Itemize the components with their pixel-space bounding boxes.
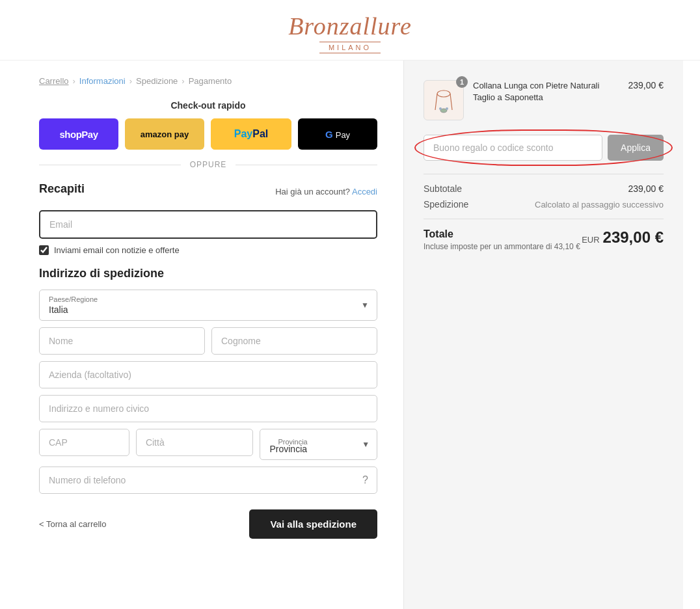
coupon-area: Applica bbox=[424, 135, 664, 161]
summary-divider-1 bbox=[424, 174, 664, 174]
login-link[interactable]: Accedi bbox=[352, 187, 377, 196]
shipping-title: Indirizzo di spedizione bbox=[39, 267, 377, 280]
email-group bbox=[39, 210, 377, 239]
cap-city-row: Provincia Provincia ▼ bbox=[39, 429, 377, 460]
form-footer: < Torna al carrello Vai alla spedizione bbox=[39, 509, 377, 539]
svg-line-2 bbox=[450, 94, 452, 110]
right-panel: 1 Collana Lunga con Pietre Naturali Tagl… bbox=[403, 61, 683, 609]
divider: OPPURE bbox=[39, 160, 377, 169]
svg-point-5 bbox=[446, 107, 448, 110]
summary-divider-2 bbox=[424, 219, 664, 219]
divider-line-right bbox=[236, 165, 377, 165]
total-right: EUR 239,00 € bbox=[582, 228, 664, 247]
email-field[interactable] bbox=[39, 210, 377, 239]
product-info: Collana Lunga con Pietre Naturali Taglio… bbox=[473, 80, 619, 103]
total-amount: 239,00 € bbox=[603, 228, 664, 247]
logo-subtitle: MILANO bbox=[319, 42, 381, 53]
newsletter-row: Inviami email con notizie e offerte bbox=[39, 245, 377, 255]
cap-group bbox=[39, 429, 129, 460]
logo: Bronzallure bbox=[0, 12, 700, 40]
svg-line-1 bbox=[435, 94, 437, 110]
shoppay-label: shopPay bbox=[59, 129, 98, 140]
breadcrumb-sep-1: › bbox=[73, 76, 75, 86]
divider-label: OPPURE bbox=[181, 160, 236, 169]
product-name: Collana Lunga con Pietre Naturali Taglio… bbox=[473, 80, 619, 103]
submit-button[interactable]: Vai alla spedizione bbox=[249, 509, 377, 539]
lastname-field[interactable] bbox=[211, 327, 377, 355]
country-select-wrapper: Paese/Regione Italia ▼ bbox=[39, 290, 377, 321]
svg-point-4 bbox=[439, 107, 442, 110]
subtotal-row: Subtotale 239,00 € bbox=[424, 183, 664, 194]
firstname-group bbox=[39, 327, 205, 355]
breadcrumb-informazioni: Informazioni bbox=[79, 76, 126, 86]
total-currency: EUR bbox=[582, 235, 599, 245]
left-panel: Carrello › Informazioni › Spedizione › P… bbox=[0, 61, 403, 609]
newsletter-label: Inviami email con notizie e offerte bbox=[54, 245, 180, 255]
city-group bbox=[136, 429, 254, 460]
cap-field[interactable] bbox=[39, 429, 129, 456]
apply-coupon-button[interactable]: Applica bbox=[608, 135, 664, 161]
site-header: Bronzallure MILANO bbox=[0, 0, 700, 61]
product-price: 239,00 € bbox=[628, 80, 664, 90]
googlepay-button[interactable]: G Pay bbox=[298, 118, 377, 150]
phone-field[interactable] bbox=[39, 467, 377, 494]
subtotal-label: Subtotale bbox=[424, 183, 462, 194]
login-row: Recapiti Hai già un account? Accedi bbox=[39, 180, 377, 204]
province-select[interactable]: Provincia bbox=[260, 429, 377, 460]
googlepay-label: G Pay bbox=[325, 129, 350, 140]
svg-point-0 bbox=[437, 90, 450, 97]
breadcrumb-sep-3: › bbox=[182, 76, 184, 86]
total-row: Totale Incluse imposte per un ammontare … bbox=[424, 228, 664, 251]
product-quantity-badge: 1 bbox=[456, 76, 468, 88]
product-image-wrap: 1 bbox=[424, 80, 464, 120]
breadcrumb-sep-2: › bbox=[129, 76, 132, 86]
product-item: 1 Collana Lunga con Pietre Naturali Tagl… bbox=[424, 80, 664, 120]
main-layout: Carrello › Informazioni › Spedizione › P… bbox=[0, 61, 700, 609]
login-prompt: Hai già un account? Accedi bbox=[275, 187, 377, 196]
shoppay-button[interactable]: shopPay bbox=[39, 118, 118, 150]
breadcrumb: Carrello › Informazioni › Spedizione › P… bbox=[39, 76, 377, 86]
paypal-label: PayPal bbox=[234, 128, 268, 140]
company-group bbox=[39, 361, 377, 388]
breadcrumb-pagamento: Pagamento bbox=[189, 76, 232, 86]
quickcheckout-title: Check-out rapido bbox=[39, 100, 377, 111]
breadcrumb-spedizione: Spedizione bbox=[136, 76, 178, 86]
amazonpay-button[interactable]: amazon pay bbox=[125, 118, 204, 150]
newsletter-checkbox[interactable] bbox=[39, 245, 49, 255]
address-group bbox=[39, 395, 377, 422]
phone-help-icon[interactable]: ? bbox=[362, 474, 368, 486]
divider-line-left bbox=[39, 165, 181, 165]
company-field[interactable] bbox=[39, 361, 377, 388]
amazonpay-label: amazon pay bbox=[141, 129, 189, 139]
necklace-icon bbox=[427, 84, 460, 116]
payment-buttons: shopPay amazon pay PayPal G Pay bbox=[39, 118, 377, 150]
shipping-value: Calcolato al passaggio successivo bbox=[535, 200, 664, 210]
shipping-label: Spedizione bbox=[424, 199, 468, 210]
firstname-field[interactable] bbox=[39, 327, 205, 355]
address-field[interactable] bbox=[39, 395, 377, 422]
coupon-input[interactable] bbox=[424, 135, 602, 161]
page-wrapper: Bronzallure MILANO Carrello › Informazio… bbox=[0, 0, 700, 609]
coupon-row: Applica bbox=[424, 135, 664, 161]
total-label: Totale bbox=[424, 228, 580, 240]
name-row bbox=[39, 327, 377, 355]
total-tax: Incluse imposte per un ammontare di 43,1… bbox=[424, 242, 580, 251]
total-left: Totale Incluse imposte per un ammontare … bbox=[424, 228, 580, 251]
lastname-group bbox=[211, 327, 377, 355]
city-field[interactable] bbox=[136, 429, 254, 456]
shipping-row: Spedizione Calcolato al passaggio succes… bbox=[424, 199, 664, 210]
country-select[interactable]: Italia bbox=[40, 290, 377, 320]
back-link[interactable]: < Torna al carrello bbox=[39, 519, 106, 529]
recapiti-title: Recapiti bbox=[39, 182, 85, 196]
breadcrumb-carrello[interactable]: Carrello bbox=[39, 76, 69, 86]
paypal-button[interactable]: PayPal bbox=[211, 118, 291, 150]
phone-group: ? bbox=[39, 467, 377, 494]
province-select-wrapper: Provincia Provincia ▼ bbox=[260, 429, 377, 460]
subtotal-value: 239,00 € bbox=[628, 183, 664, 194]
